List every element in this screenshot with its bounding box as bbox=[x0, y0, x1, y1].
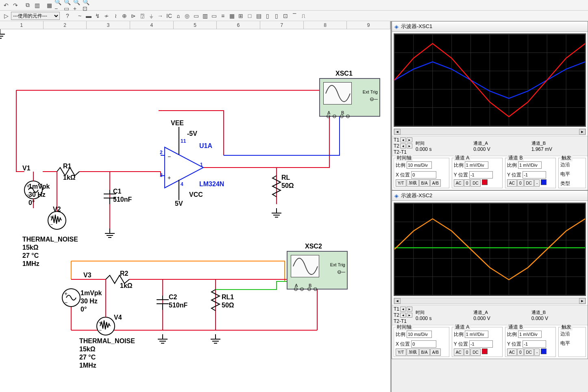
chb-color-icon[interactable] bbox=[541, 179, 547, 185]
t1-left[interactable]: ◄ bbox=[400, 137, 406, 142]
component-tool-24[interactable]: ⎺ bbox=[290, 11, 299, 20]
help-icon[interactable]: ? bbox=[63, 11, 72, 20]
zoom-sel-icon[interactable]: 🔍▭ bbox=[63, 1, 72, 10]
timebase-btn-2[interactable]: B/A bbox=[419, 179, 430, 187]
scroll-right-icon[interactable]: ► bbox=[579, 129, 586, 135]
zoom-in-icon[interactable]: 🔍+ bbox=[73, 1, 82, 10]
component-tool-18[interactable]: ⊞ bbox=[236, 11, 245, 20]
component-v4[interactable]: +− bbox=[97, 279, 115, 335]
component-tool-0[interactable]: ~ bbox=[75, 11, 84, 20]
cha-scale-input[interactable] bbox=[465, 331, 488, 338]
component-tool-1[interactable]: ▬ bbox=[84, 11, 93, 20]
cha-btn-0[interactable]: AC bbox=[454, 348, 464, 356]
cha-btn-0[interactable]: AC bbox=[454, 179, 464, 187]
scroll-left-icon[interactable]: ◄ bbox=[394, 298, 401, 304]
cha-btn-2[interactable]: DC bbox=[470, 179, 480, 187]
cha-ypos-input[interactable] bbox=[469, 171, 493, 179]
t1-right[interactable]: ► bbox=[407, 307, 412, 311]
t1-right[interactable]: ► bbox=[407, 137, 412, 142]
cha-btn-1[interactable]: 0 bbox=[464, 179, 470, 187]
t1-left[interactable]: ◄ bbox=[400, 307, 406, 311]
component-tool-20[interactable]: ▤ bbox=[254, 11, 263, 20]
component-tool-14[interactable]: ▥ bbox=[200, 11, 209, 20]
chb-minus-btn[interactable]: - bbox=[534, 179, 540, 187]
used-components-dropdown[interactable]: ---使用的元件--- bbox=[11, 12, 60, 20]
component-tool-25[interactable]: ⎍ bbox=[299, 11, 308, 20]
component-tool-10[interactable]: IC bbox=[165, 11, 174, 20]
component-tool-23[interactable]: ⊡ bbox=[281, 11, 290, 20]
timebase-btn-1[interactable]: 加载 bbox=[407, 348, 419, 356]
component-tool-6[interactable]: ⊳ bbox=[129, 11, 138, 20]
component-tool-17[interactable]: ▦ bbox=[227, 11, 236, 20]
scope-screen[interactable] bbox=[394, 203, 586, 296]
ext-trig-port[interactable]: ⊖─ bbox=[370, 96, 378, 102]
component-tool-4[interactable]: ≀ bbox=[111, 11, 120, 20]
chb-minus-btn[interactable]: - bbox=[534, 348, 540, 356]
component-tool-12[interactable]: ◎ bbox=[183, 11, 192, 20]
component-tool-13[interactable]: ▭ bbox=[192, 11, 200, 20]
layout-icon[interactable]: ▥ bbox=[33, 1, 41, 10]
scope-screen[interactable] bbox=[394, 33, 586, 127]
timebase-btn-0[interactable]: Y/T bbox=[396, 179, 406, 187]
t2-right[interactable]: ► bbox=[407, 144, 412, 148]
chb-btn-1[interactable]: 0 bbox=[517, 348, 524, 356]
timebase-btn-1[interactable]: 加载 bbox=[407, 179, 419, 187]
t2-left[interactable]: ◄ bbox=[400, 313, 406, 318]
timebase-btn-3[interactable]: A/B bbox=[430, 179, 441, 187]
zoom-fit-icon[interactable]: 🔍⊡ bbox=[82, 1, 91, 10]
chb-btn-2[interactable]: DC bbox=[524, 179, 534, 187]
timebase-btn-0[interactable]: Y/T bbox=[396, 348, 406, 356]
schematic-canvas[interactable]: +− +− bbox=[0, 29, 390, 392]
scope-scrollbar[interactable]: ◄► bbox=[394, 128, 586, 135]
ext-trig-port[interactable]: ⊖─ bbox=[337, 269, 345, 275]
port-a[interactable]: ⊖ ⊖ bbox=[294, 286, 304, 292]
cha-ypos-input[interactable] bbox=[469, 340, 493, 348]
chb-scale-input[interactable] bbox=[518, 331, 542, 338]
ic-view-icon[interactable]: ⧉ bbox=[23, 1, 32, 10]
cha-color-icon[interactable] bbox=[482, 348, 488, 354]
port-b[interactable]: ⊖ ⊖ bbox=[307, 286, 318, 292]
t2-left[interactable]: ◄ bbox=[400, 144, 406, 148]
component-tool-8[interactable]: ⏚ bbox=[147, 11, 156, 20]
t2-right[interactable]: ► bbox=[407, 313, 412, 318]
scope-title[interactable]: ◈示波器-XSC2 bbox=[392, 191, 588, 201]
zoom-out-icon[interactable]: 🔍− bbox=[54, 1, 63, 10]
timebase-btn-2[interactable]: B/A bbox=[419, 348, 430, 356]
component-tool-5[interactable]: ⊕ bbox=[120, 11, 129, 20]
xpos-input[interactable] bbox=[411, 171, 436, 179]
port-b[interactable]: ⊖ ⊖ bbox=[340, 113, 350, 119]
undo-icon[interactable]: ↶ bbox=[2, 1, 11, 10]
component-tool-9[interactable]: → bbox=[156, 11, 165, 20]
instrument-xsc1[interactable]: Ext Trig ⊖─ A B ⊖ ⊖ ⊖ ⊖ bbox=[319, 78, 380, 117]
chb-color-icon[interactable] bbox=[541, 348, 547, 354]
timebase-scale-input[interactable] bbox=[407, 161, 432, 169]
component-tool-15[interactable]: ▭ bbox=[209, 11, 218, 20]
scope-scrollbar[interactable]: ◄► bbox=[394, 298, 586, 304]
cha-color-icon[interactable] bbox=[482, 179, 488, 185]
cha-scale-input[interactable] bbox=[465, 161, 488, 169]
scroll-left-icon[interactable]: ◄ bbox=[394, 129, 401, 135]
instrument-xsc2[interactable]: Ext Trig ⊖─ A B ⊖ ⊖ ⊖ ⊖ bbox=[287, 251, 348, 290]
chb-btn-0[interactable]: AC bbox=[507, 348, 517, 356]
chb-ypos-input[interactable] bbox=[523, 171, 546, 179]
cha-btn-1[interactable]: 0 bbox=[464, 348, 470, 356]
scope-title[interactable]: ◈示波器-XSC1 bbox=[392, 22, 588, 32]
cha-btn-2[interactable]: DC bbox=[470, 348, 480, 356]
timebase-scale-input[interactable] bbox=[407, 331, 432, 338]
chb-ypos-input[interactable] bbox=[523, 340, 546, 348]
timebase-btn-3[interactable]: A/B bbox=[430, 348, 441, 356]
chb-scale-input[interactable] bbox=[518, 161, 542, 169]
component-tool-3[interactable]: ≁ bbox=[102, 11, 111, 20]
grid-icon[interactable]: ▦ bbox=[45, 1, 54, 10]
place-source-icon[interactable]: ▷ bbox=[2, 11, 11, 20]
component-tool-2[interactable]: ↯ bbox=[93, 11, 102, 20]
chb-btn-1[interactable]: 0 bbox=[517, 179, 524, 187]
component-tool-16[interactable]: ≡ bbox=[218, 11, 227, 20]
component-tool-7[interactable]: ⍰ bbox=[138, 11, 147, 20]
port-a[interactable]: ⊖ ⊖ bbox=[326, 113, 337, 119]
xpos-input[interactable] bbox=[411, 340, 436, 348]
component-tool-19[interactable]: □ bbox=[245, 11, 254, 20]
chb-btn-2[interactable]: DC bbox=[524, 348, 534, 356]
redo-icon[interactable]: ↷ bbox=[11, 1, 20, 10]
component-tool-21[interactable]: ▯ bbox=[263, 11, 272, 20]
